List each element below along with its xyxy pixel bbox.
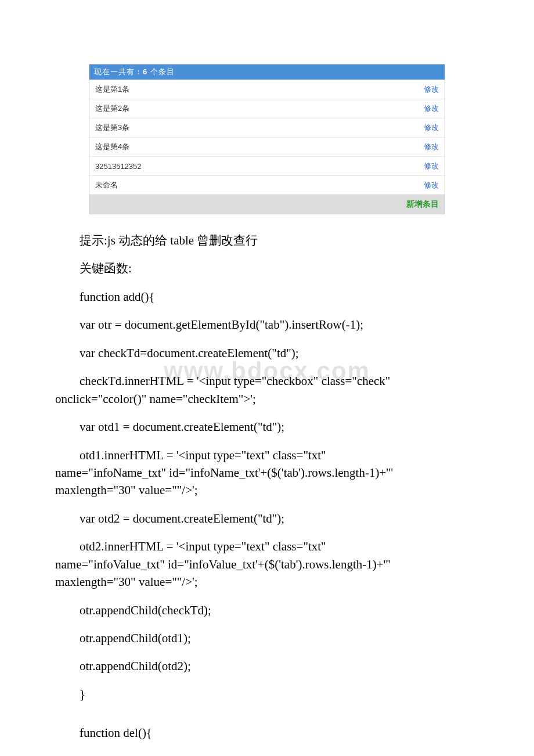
code-text: }: [55, 686, 479, 703]
table-row: 未命名 修改: [89, 175, 445, 195]
table-row: 这是第2条 修改: [89, 99, 445, 118]
items-table: 现在一共有：6 个条目 这是第1条 修改 这是第2条 修改 这是第3条 修改 这…: [89, 64, 445, 214]
code-text: function add(){: [55, 288, 479, 305]
code-text: var otr = document.getElementById("tab")…: [55, 316, 479, 333]
row-text: 未命名: [95, 180, 118, 190]
code-text: maxlength="30" value=""/>';: [55, 481, 479, 499]
edit-link[interactable]: 修改: [424, 142, 439, 152]
code-text: var checkTd=document.createElement("td")…: [55, 344, 479, 362]
row-text: 这是第2条: [95, 103, 129, 114]
code-text: var c = document.getElementsByName('chec…: [55, 753, 479, 756]
edit-link[interactable]: 修改: [424, 103, 439, 114]
code-text: otr.appendChild(checkTd);: [55, 602, 479, 619]
header-count: 6: [143, 67, 147, 76]
code-text: otr.appendChild(otd2);: [55, 657, 479, 675]
table-row: 这是第1条 修改: [89, 80, 445, 99]
code-text: name="infoName_txt" id="infoName_txt'+($…: [55, 464, 479, 481]
edit-link[interactable]: 修改: [424, 161, 439, 171]
code-text: name="infoValue_txt" id="infoValue_txt'+…: [55, 556, 479, 573]
add-item-button[interactable]: 新增条目: [89, 195, 445, 214]
body-text: 关键函数:: [55, 260, 479, 277]
code-text: checkTd.innerHTML = '<input type="checkb…: [55, 372, 479, 390]
table-header: 现在一共有：6 个条目: [89, 64, 445, 80]
table-row: 32513512352 修改: [89, 156, 445, 175]
row-text: 这是第4条: [95, 142, 129, 152]
row-text: 这是第3条: [95, 123, 129, 133]
code-text: otr.appendChild(otd1);: [55, 629, 479, 647]
code-text: otd1.innerHTML = '<input type="text" cla…: [55, 447, 479, 464]
edit-link[interactable]: 修改: [424, 84, 439, 95]
edit-link[interactable]: 修改: [424, 180, 439, 190]
code-text: otd2.innerHTML = '<input type="text" cla…: [55, 538, 479, 555]
header-prefix: 现在一共有：: [94, 67, 143, 76]
code-text: var otd1 = document.createElement("td");: [55, 418, 479, 435]
body-text: 提示:js 动态的给 table 曾删改查行: [55, 232, 479, 249]
table-row: 这是第3条 修改: [89, 118, 445, 137]
table-row: 这是第4条 修改: [89, 137, 445, 156]
row-text: 32513512352: [95, 162, 142, 171]
header-suffix: 个条目: [147, 67, 175, 76]
document-page: 现在一共有：6 个条目 这是第1条 修改 这是第2条 修改 这是第3条 修改 这…: [0, 0, 534, 756]
row-text: 这是第1条: [95, 84, 129, 95]
code-text: onclick="ccolor()" name="checkItem">';: [55, 390, 479, 408]
edit-link[interactable]: 修改: [424, 123, 439, 133]
code-text: maxlength="30" value=""/>';: [55, 573, 479, 591]
code-text: var otd2 = document.createElement("td");: [55, 510, 479, 527]
code-text: function del(){: [55, 724, 479, 741]
